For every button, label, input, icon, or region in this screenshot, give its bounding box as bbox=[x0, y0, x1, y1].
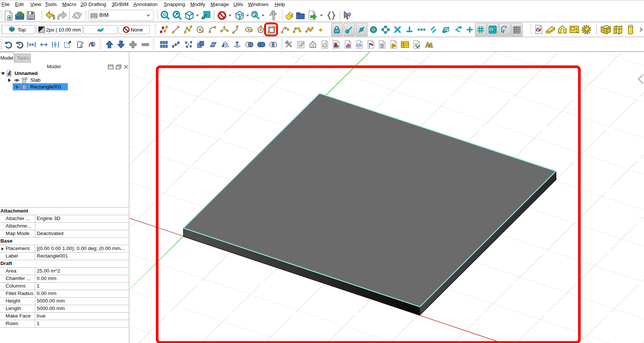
svg-text:@: @ bbox=[23, 85, 27, 90]
svg-text:Y: Y bbox=[502, 30, 504, 34]
svg-text:⊕: ⊕ bbox=[10, 27, 12, 30]
svg-text:X: X bbox=[505, 25, 507, 29]
svg-text:?: ? bbox=[348, 12, 351, 19]
